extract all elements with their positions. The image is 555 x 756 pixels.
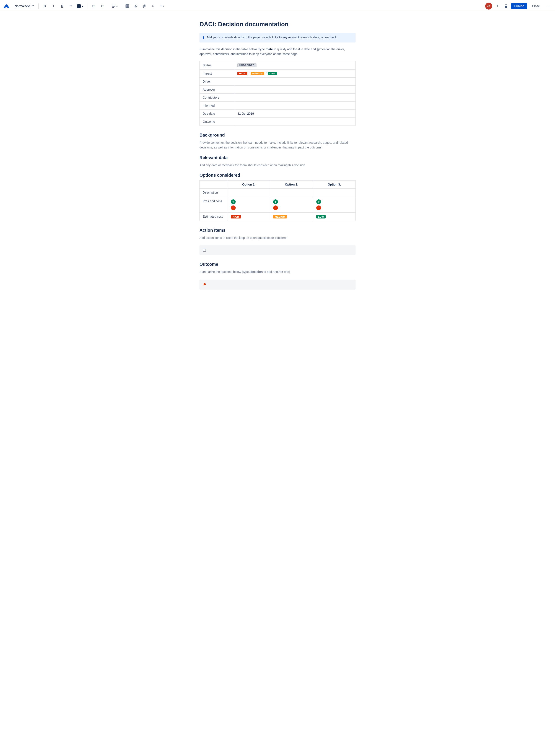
numbered-list-icon: 1. 2. 3. xyxy=(101,4,104,8)
underline-button[interactable]: U xyxy=(58,3,66,9)
intro-text: Summarize this decision in the table bel… xyxy=(200,47,355,56)
cost-low-badge: LOW xyxy=(316,215,326,219)
due-date-value[interactable]: 31 Oct 2019 xyxy=(234,109,355,118)
svg-point-4 xyxy=(92,6,93,7)
approver-value[interactable] xyxy=(234,85,355,93)
impact-label: Impact xyxy=(200,70,234,77)
info-banner: ℹ Add your comments directly to the page… xyxy=(200,33,355,42)
informed-value[interactable] xyxy=(234,101,355,109)
estimated-cost-opt3: LOW xyxy=(313,212,355,221)
pros-icon-1[interactable]: + xyxy=(231,199,236,204)
attachment-button[interactable] xyxy=(141,3,148,9)
impact-badges: HIGH / MEDIUM / LOW xyxy=(238,72,352,75)
status-badge: UNDECIDED xyxy=(238,63,256,67)
options-header-row: Option 1: Option 2: Option 3: xyxy=(200,180,355,188)
more-formatting-button[interactable]: ··· xyxy=(67,3,74,9)
options-col-0 xyxy=(200,180,228,188)
action-items-subtitle: Add action items to close the loop on op… xyxy=(200,235,355,240)
table-row: Status UNDECIDED xyxy=(200,61,355,70)
cons-icon-3[interactable]: − xyxy=(316,206,321,210)
impact-sep-2: / xyxy=(266,72,266,75)
impact-medium-badge: MEDIUM xyxy=(251,72,264,75)
table-row: Approver xyxy=(200,85,355,93)
outcome-subtitle-2: to add another one) xyxy=(263,270,290,273)
svg-rect-11 xyxy=(102,7,104,7)
svg-point-2 xyxy=(92,6,93,6)
estimated-cost-opt1: HIGH xyxy=(228,212,270,221)
due-date-label: Due date xyxy=(200,109,234,118)
svg-rect-13 xyxy=(112,6,115,6)
intro-text-1: Summarize this decision in the table bel… xyxy=(200,47,266,51)
italic-button[interactable]: I xyxy=(50,3,57,9)
table-row: Estimated cost HIGH MEDIUM LOW xyxy=(200,212,355,221)
add-collaborator-button[interactable]: + xyxy=(494,3,501,9)
estimated-cost-label: Estimated cost xyxy=(200,212,228,221)
svg-rect-12 xyxy=(112,5,115,5)
description-opt2[interactable] xyxy=(270,188,313,197)
more-options-button[interactable]: ··· xyxy=(545,3,552,9)
color-picker[interactable]: ▲ xyxy=(76,3,85,9)
outcome-label: Outcome xyxy=(200,118,234,126)
table-button[interactable] xyxy=(124,3,131,9)
options-col-3: Option 3: xyxy=(313,180,355,188)
insert-button[interactable]: + ▲ xyxy=(159,3,165,9)
outcome-value[interactable] xyxy=(234,118,355,126)
numbered-list-button[interactable]: 1. 2. 3. xyxy=(99,3,106,9)
pros-cons-opt3: + − xyxy=(313,197,355,212)
user-avatar[interactable]: JD xyxy=(485,3,492,9)
publish-button[interactable]: Publish xyxy=(511,3,527,9)
text-style-selector[interactable]: Normal text ▼ xyxy=(13,3,36,9)
pros-icon-2[interactable]: + xyxy=(273,199,278,204)
cons-icon-2[interactable]: − xyxy=(273,206,278,210)
outcome-command: /decision xyxy=(250,270,263,273)
pros-icon-3[interactable]: + xyxy=(316,199,321,204)
daci-table: Status UNDECIDED Impact HIGH / MEDIUM / … xyxy=(200,61,355,126)
bullet-list-button[interactable] xyxy=(90,3,97,9)
table-row: Contributors xyxy=(200,93,355,101)
driver-label: Driver xyxy=(200,77,234,85)
table-row: Impact HIGH / MEDIUM / LOW xyxy=(200,70,355,77)
link-button[interactable] xyxy=(132,3,139,9)
divider-4 xyxy=(121,3,121,9)
table-row: Due date 31 Oct 2019 xyxy=(200,109,355,118)
toolbar-right: JD + Publish Close ··· xyxy=(485,3,552,9)
description-opt1[interactable] xyxy=(228,188,270,197)
outcome-subtitle: Summarize the outcome below (type /decis… xyxy=(200,269,355,274)
bold-button[interactable]: B xyxy=(41,3,48,9)
status-label: Status xyxy=(200,61,234,70)
text-style-chevron: ▼ xyxy=(32,5,34,7)
action-item-checkbox[interactable] xyxy=(203,249,206,252)
table-row: Outcome xyxy=(200,118,355,126)
text-style-label: Normal text xyxy=(15,4,30,8)
driver-value[interactable] xyxy=(234,77,355,85)
options-table: Option 1: Option 2: Option 3: Descriptio… xyxy=(200,180,355,221)
description-opt3[interactable] xyxy=(313,188,355,197)
svg-rect-15 xyxy=(112,7,114,8)
lock-button[interactable] xyxy=(503,3,509,9)
cost-medium-badge: MEDIUM xyxy=(273,215,287,219)
cons-icon-1[interactable]: − xyxy=(231,206,236,210)
impact-sep-1: / xyxy=(249,72,249,75)
svg-rect-1 xyxy=(93,5,95,5)
close-button[interactable]: Close xyxy=(529,3,543,9)
bullet-list-icon xyxy=(92,4,96,8)
svg-rect-3 xyxy=(93,6,95,6)
action-items-box[interactable] xyxy=(200,246,355,255)
emoji-button[interactable]: ☺ xyxy=(150,3,157,9)
contributors-value[interactable] xyxy=(234,93,355,101)
align-icon xyxy=(112,4,116,8)
insert-chevron: ▲ xyxy=(162,5,164,7)
informed-label: Informed xyxy=(200,101,234,109)
cost-high-badge: HIGH xyxy=(231,215,241,219)
outcome-box[interactable]: ⚑ xyxy=(200,280,355,290)
options-title: Options considered xyxy=(200,173,355,178)
impact-low-badge: LOW xyxy=(268,72,277,75)
impact-high-badge: HIGH xyxy=(238,72,247,75)
svg-rect-21 xyxy=(505,6,507,8)
estimated-cost-opt2: MEDIUM xyxy=(270,212,313,221)
background-title: Background xyxy=(200,133,355,138)
align-button[interactable]: ▲ xyxy=(112,3,118,9)
table-row: Informed xyxy=(200,101,355,109)
svg-rect-16 xyxy=(126,5,129,8)
page-title[interactable]: DACI: Decision documentation xyxy=(200,21,355,28)
